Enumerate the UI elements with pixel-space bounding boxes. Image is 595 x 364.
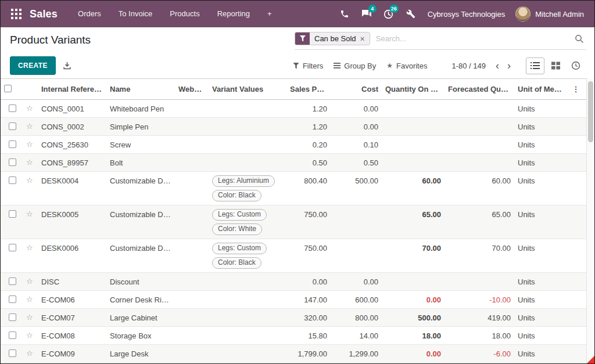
scrollbar-thumb[interactable] [588, 81, 593, 142]
cell-website [175, 239, 209, 246]
row-favorite-star[interactable]: ☆ [23, 100, 38, 115]
apps-menu-button[interactable] [6, 1, 26, 27]
row-select-cell[interactable] [1, 172, 23, 188]
row-favorite-star[interactable]: ☆ [23, 327, 38, 342]
row-favorite-star[interactable]: ☆ [23, 154, 38, 169]
table-row[interactable]: ☆ DISC Discount 0.00 0.00 Units [1, 273, 586, 291]
row-checkbox[interactable] [9, 158, 16, 166]
header-unit-of-measure[interactable]: Unit of Meas… [514, 85, 565, 93]
activities-button[interactable]: 26 [378, 1, 400, 27]
row-select-cell[interactable] [1, 154, 23, 170]
row-checkbox[interactable] [9, 104, 16, 112]
nav-item-reporting[interactable]: Reporting [209, 1, 259, 27]
row-select-cell[interactable] [1, 136, 23, 152]
row-select-cell[interactable] [1, 118, 23, 134]
table-row[interactable]: ☆ CONS_0001 Whiteboard Pen 1.20 0.00 Uni… [1, 100, 586, 118]
row-select-cell[interactable] [1, 291, 23, 307]
checkbox-icon[interactable] [4, 85, 12, 92]
cell-name: Whiteboard Pen [106, 100, 175, 116]
row-favorite-star[interactable]: ☆ [23, 172, 38, 187]
row-favorite-star[interactable]: ☆ [23, 136, 38, 151]
row-select-cell[interactable] [1, 206, 23, 222]
select-all-checkbox[interactable] [1, 85, 23, 94]
control-panel: CREATE Filters Group By ★ Favorites 1-80… [1, 53, 594, 78]
row-select-cell[interactable] [1, 309, 23, 325]
cell-website [175, 136, 209, 143]
row-checkbox[interactable] [9, 313, 16, 321]
app-name[interactable]: Sales [30, 8, 58, 20]
search-input[interactable] [376, 34, 574, 43]
header-quantity-on-hand[interactable]: Quantity On Hand [382, 85, 445, 93]
row-select-cell[interactable] [1, 273, 23, 289]
cell-forecasted-quantity: 60.00 [445, 172, 514, 188]
table-row[interactable]: ☆ CONS_25630 Screw 0.20 0.10 Units [1, 136, 586, 154]
row-favorite-star[interactable]: ☆ [23, 309, 38, 324]
row-select-cell[interactable] [1, 327, 23, 343]
export-button[interactable] [63, 62, 71, 70]
nav-item-to-invoice[interactable]: To Invoice [110, 1, 162, 27]
user-name[interactable]: Mitchell Admin [535, 10, 584, 19]
nav-item-orders[interactable]: Orders [69, 1, 110, 27]
table-row[interactable]: ☆ E-COM06 Corner Desk Righ… 147.00 600.0… [1, 291, 586, 309]
group-by-button[interactable]: Group By [334, 62, 376, 70]
view-list-button[interactable] [526, 57, 544, 74]
table-row[interactable]: ☆ E-COM09 Large Desk 1,799.00 1,299.00 0… [1, 345, 586, 363]
view-kanban-button[interactable] [546, 57, 565, 74]
company-name[interactable]: Cybrosys Technologies [428, 10, 505, 19]
row-checkbox[interactable] [9, 122, 16, 130]
search-bar[interactable]: Can be Sold × [295, 30, 586, 50]
table-row[interactable]: ☆ DESK0005 Customizable Desk Legs: Custo… [1, 206, 586, 239]
row-checkbox[interactable] [9, 277, 16, 285]
row-favorite-star[interactable]: ☆ [23, 273, 38, 288]
header-cost[interactable]: Cost [331, 85, 382, 93]
voip-phone-button[interactable] [334, 1, 356, 27]
table-row[interactable]: ☆ DESK0004 Customizable Desk Legs: Alumi… [1, 172, 586, 206]
table-row[interactable]: ☆ DESK0006 Customizable Desk Legs: Custo… [1, 239, 586, 273]
header-sales-price[interactable]: Sales Price [286, 85, 331, 93]
row-select-cell[interactable] [1, 100, 23, 116]
header-website[interactable]: Website [175, 85, 209, 93]
row-checkbox[interactable] [9, 210, 16, 218]
row-checkbox[interactable] [9, 140, 16, 148]
top-navbar: Sales Orders To Invoice Products Reporti… [1, 1, 594, 27]
cell-name: Bolt [106, 154, 175, 170]
pager-previous-button[interactable]: ‹ [492, 60, 503, 71]
table-row[interactable]: ☆ CONS_89957 Bolt 0.50 0.50 Units [1, 154, 586, 172]
header-internal-reference[interactable]: Internal Referen… [38, 85, 106, 93]
group-by-label: Group By [344, 62, 376, 70]
row-select-cell[interactable] [1, 239, 23, 255]
table-row[interactable]: ☆ CONS_0002 Simple Pen 1.20 0.00 Units [1, 118, 586, 136]
pager-next-button[interactable]: › [503, 60, 515, 71]
messages-button[interactable]: 4 [356, 1, 378, 27]
row-checkbox[interactable] [9, 176, 16, 184]
vertical-scrollbar[interactable] [586, 78, 594, 363]
nav-item-plus[interactable]: + [259, 1, 281, 27]
row-favorite-star[interactable]: ☆ [23, 206, 38, 221]
optional-columns-button[interactable]: ⋮ [565, 85, 586, 93]
nav-item-products[interactable]: Products [161, 1, 208, 27]
cell-website [175, 206, 209, 212]
debug-tools-button[interactable] [400, 1, 422, 27]
header-variant-values[interactable]: Variant Values [209, 85, 286, 93]
row-select-cell[interactable] [1, 345, 23, 361]
row-favorite-star[interactable]: ☆ [23, 291, 38, 306]
user-avatar[interactable] [515, 6, 531, 21]
row-favorite-star[interactable]: ☆ [23, 239, 38, 254]
table-row[interactable]: ☆ E-COM07 Large Cabinet 320.00 800.00 50… [1, 309, 586, 327]
facet-remove-button[interactable]: × [360, 35, 365, 43]
row-checkbox[interactable] [9, 349, 16, 357]
row-favorite-star[interactable]: ☆ [23, 345, 38, 360]
messages-badge: 4 [368, 5, 377, 13]
favorites-button[interactable]: ★ Favorites [386, 62, 427, 70]
row-checkbox[interactable] [9, 295, 16, 303]
row-favorite-star[interactable]: ☆ [23, 118, 38, 133]
row-checkbox[interactable] [9, 244, 16, 251]
filters-button[interactable]: Filters [293, 62, 323, 70]
header-forecasted-quantity[interactable]: Forecasted Quan… [445, 85, 514, 93]
header-name[interactable]: Name [106, 85, 175, 93]
create-button[interactable]: CREATE [10, 56, 56, 75]
table-row[interactable]: ☆ E-COM08 Storage Box 15.80 14.00 18.00 … [1, 327, 586, 345]
row-checkbox[interactable] [9, 331, 16, 339]
view-activity-button[interactable] [567, 57, 585, 74]
search-icon[interactable] [574, 34, 585, 44]
